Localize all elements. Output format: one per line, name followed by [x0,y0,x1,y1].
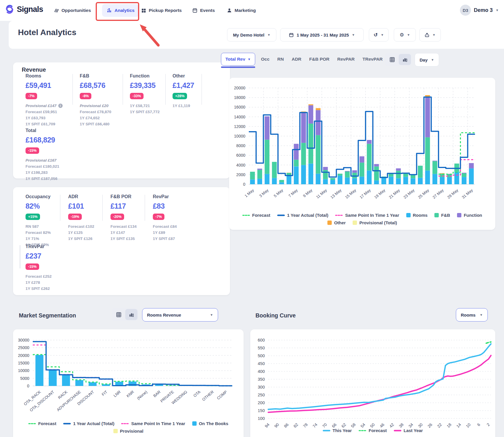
date-range-label: 1 May 2025 - 31 May 2025 [297,32,349,37]
metric-subline: 1Y £58,721 [130,103,173,109]
svg-text:ADVPURCHASE: ADVPURCHASE [56,390,81,412]
legend-item-1-year-actual-total[interactable]: 1 Year Actual (Total) [277,213,328,218]
share-button[interactable]: ▼ [419,28,441,41]
metric-subline-text: 1Y £74,652 [80,115,100,121]
hotel-selector-label: My Demo Hotel [233,32,264,37]
nav-item-analytics[interactable]: Analytics [102,4,139,17]
metric-subline-text: 1Y £89 [153,230,165,236]
date-range-picker[interactable]: 1 May 2025 - 31 May 2025 ▼ [280,28,364,41]
nav-item-marketing[interactable]: Marketing [227,4,256,17]
history-button[interactable]: ↺ ▼ [369,28,389,41]
metric-subline-text: 1Y SPIT £66,480 [80,121,110,127]
chevron-down-icon: ▼ [352,33,355,37]
tab-adr[interactable]: ADR [292,57,302,62]
nav-item-pickup-reports[interactable]: Pickup Reports [141,4,182,17]
brand-logo[interactable]: Signals [5,4,43,14]
legend-item-other[interactable]: Other [327,220,346,225]
legend-item-1-year-actual-total[interactable]: 1 Year Actual (Total) [63,421,114,426]
tab-revpar[interactable]: RevPAR [337,57,355,62]
legend-label: Function [464,213,482,218]
nav-item-opportunities[interactable]: Opportunities [54,4,91,17]
tab-rn[interactable]: RN [277,57,284,62]
svg-text:16000: 16000 [234,105,245,109]
metric-label: Function [130,73,173,79]
svg-text:7 May: 7 May [288,188,299,198]
metric-trevpar: TRevPar£237-15%Forecast £2521Y £2781Y SP… [26,244,113,292]
metric-adr: ADR£101-19%Forecast £1021Y £1251Y SPIT £… [68,194,110,248]
opportunities-icon [54,8,59,13]
svg-text:350: 350 [258,377,265,382]
bar-chart-icon [129,312,134,317]
chevron-down-icon: ▼ [432,33,436,37]
total-rev-chart[interactable]: 0200040006000800010000120001400016000180… [229,78,495,230]
market-chart-view-button[interactable] [125,309,137,320]
svg-text:15 May: 15 May [344,188,357,200]
legend-label: Same Point In Time 1 Year [345,213,399,218]
svg-text:400: 400 [258,369,265,374]
legend-item-forecast[interactable]: Forecast [28,421,57,426]
metric-subline: Forecast £59,951 [26,109,80,115]
svg-text:31 May: 31 May [461,188,474,200]
metric-label: Occupancy [26,194,68,199]
market-table-view-button[interactable] [113,309,125,320]
nav-item-label: Opportunities [61,8,91,13]
svg-text:26: 26 [427,422,433,429]
nav-item-events[interactable]: Events [192,4,215,17]
legend-item-last-year[interactable]: Last Year [394,428,423,433]
legend-item-provisional[interactable]: Provisional [113,429,144,434]
legend-label: F&B [441,213,450,218]
metric-subline-text: 1Y £125 [68,230,83,236]
metric-subline-text: 1Y SPIT £126 [68,236,93,242]
metric-subline: 1Y £89 [153,230,196,236]
svg-text:25 May: 25 May [417,188,430,200]
legend-item-forecast[interactable]: Forecast [242,213,271,218]
metric-subline-text: Provisional £167 [26,157,57,163]
market-chart-legend: Forecast1 Year Actual (Total)Same Point … [13,421,244,434]
legend-item-this-year[interactable]: This Year [323,428,352,433]
legend-item-f-b[interactable]: F&B [434,213,450,218]
svg-text:250: 250 [258,393,265,397]
svg-text:OTA: OTA [193,390,201,398]
legend-label: Rooms [413,213,428,218]
metric-label: TRevPar [26,244,113,249]
svg-text:10000: 10000 [18,368,29,373]
market-metric-selector[interactable]: Rooms Revenue ▼ [142,308,218,322]
legend-item-on-the-books[interactable]: On The Books [192,421,229,426]
settings-button[interactable]: ⚙ ▼ [394,28,416,41]
tab-f-b-por[interactable]: F&B POR [309,57,329,62]
legend-swatch [457,213,461,217]
legend-label: Provisional [120,429,144,434]
hotel-selector[interactable]: My Demo Hotel ▼ [227,28,276,41]
market-view-toggle [112,308,138,321]
legend-item-rooms[interactable]: Rooms [406,213,428,218]
legend-item-provisional-total[interactable]: Provisional (Total) [353,220,397,225]
metric-subline: 1Y SPIT £61,709 [26,121,80,127]
metric-subline-text: 1Y £1,119 [173,103,190,109]
legend-swatch [434,213,439,217]
tab-trevpar[interactable]: TRevPAR [362,57,382,62]
period-label: Day [420,57,428,62]
user-menu[interactable]: D3 Demo 3 ▼ [460,5,499,16]
metric-label: F&B POR [110,194,153,199]
chevron-down-icon: ▼ [210,313,213,317]
booking-curve-title: Booking Curve [255,312,296,319]
chart-view-button[interactable] [399,54,411,65]
legend-item-same-point-in-time-1-year[interactable]: Same Point In Time 1 Year [335,213,399,218]
metric-subline-text: 1Y £147 [110,230,125,236]
chevron-down-icon: ▼ [431,58,434,62]
legend-item-function[interactable]: Function [457,213,482,218]
booking-metric-label: Rooms [461,313,476,317]
table-view-button[interactable] [386,54,398,65]
metric-subline-text: 1Y 71% [26,236,39,242]
legend-item-same-point-in-time-1-year[interactable]: Same Point In Time 1 Year [121,421,185,426]
period-selector[interactable]: Day ▼ [415,53,439,66]
svg-text:58: 58 [350,422,356,429]
analytics-icon [107,8,112,13]
metric-value: £68,576 [80,81,130,90]
booking-metric-selector[interactable]: Rooms ▼ [456,308,488,322]
metric-subline: RN 587 [26,223,68,230]
legend-item-forecast[interactable]: Forecast [359,428,387,433]
tab-occ[interactable]: Occ [261,57,269,62]
tab-total-rev[interactable]: Total Rev ▼ [221,53,255,66]
booking-curve-chart[interactable]: 1001502002503003504004505005506009490868… [250,329,495,437]
